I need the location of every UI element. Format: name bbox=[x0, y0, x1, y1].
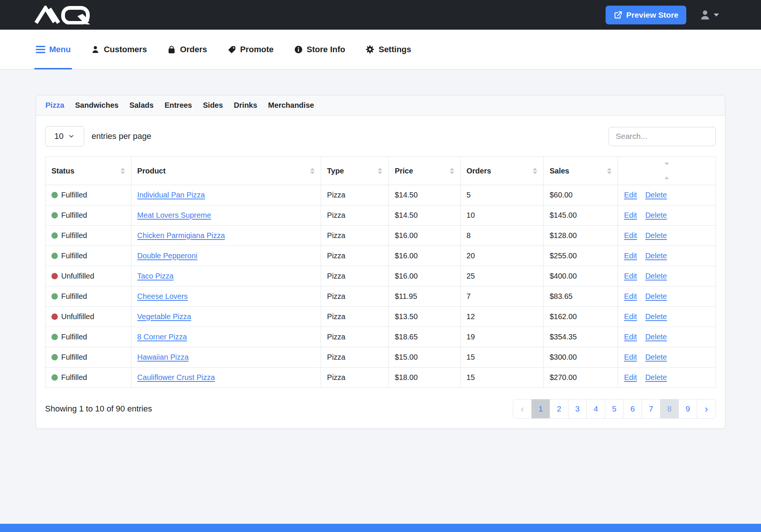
account-caret-icon bbox=[714, 14, 719, 17]
edit-link[interactable]: Edit bbox=[624, 272, 637, 280]
edit-link[interactable]: Edit bbox=[624, 231, 637, 240]
edit-link[interactable]: Edit bbox=[624, 292, 637, 300]
product-link[interactable]: 8 Corner Pizza bbox=[137, 333, 187, 341]
edit-link[interactable]: Edit bbox=[624, 191, 637, 199]
price-cell: $18.00 bbox=[389, 368, 460, 388]
chevron-down-icon bbox=[68, 133, 75, 140]
tab-pizza[interactable]: Pizza bbox=[45, 101, 64, 110]
fulfilled-dot-icon bbox=[51, 212, 58, 219]
column-header-product[interactable]: Product bbox=[131, 157, 321, 185]
fulfilled-dot-icon bbox=[51, 354, 58, 360]
pagination: ‹123456789› bbox=[513, 399, 716, 419]
sales-cell: $270.00 bbox=[543, 368, 618, 388]
table-row: Fulfilled8 Corner PizzaPizza$18.6519$354… bbox=[45, 327, 716, 347]
orders-cell: 7 bbox=[460, 286, 543, 307]
column-header-orders[interactable]: Orders bbox=[460, 157, 543, 185]
edit-link[interactable]: Edit bbox=[624, 353, 637, 361]
entries-per-page-value: 10 bbox=[54, 131, 63, 141]
preview-store-button[interactable]: Preview Store bbox=[606, 6, 686, 24]
column-header-price[interactable]: Price bbox=[389, 157, 460, 185]
product-link[interactable]: Vegetable Pizza bbox=[137, 312, 191, 321]
info-icon bbox=[294, 45, 303, 54]
nav-item-customers[interactable]: Customers bbox=[91, 30, 147, 69]
edit-link[interactable]: Edit bbox=[624, 211, 637, 219]
nav-item-store-info[interactable]: Store Info bbox=[294, 30, 345, 69]
tab-sides[interactable]: Sides bbox=[203, 101, 223, 110]
type-cell: Pizza bbox=[321, 347, 389, 368]
pagination-page-6[interactable]: 6 bbox=[624, 399, 642, 418]
nav-item-menu[interactable]: Menu bbox=[36, 30, 71, 69]
edit-link[interactable]: Edit bbox=[624, 333, 637, 341]
tab-salads[interactable]: Salads bbox=[130, 101, 154, 110]
nav-item-settings[interactable]: Settings bbox=[365, 30, 411, 69]
product-link[interactable]: Meat Lovers Supreme bbox=[137, 211, 211, 219]
status-label: Unfulfilled bbox=[61, 272, 94, 280]
delete-link[interactable]: Delete bbox=[645, 312, 667, 321]
pagination-page-7[interactable]: 7 bbox=[642, 399, 660, 418]
orders-cell: 12 bbox=[460, 307, 543, 327]
pagination-prev-button[interactable]: ‹ bbox=[513, 399, 532, 418]
price-cell: $13.50 bbox=[389, 307, 460, 327]
table-row: FulfilledMeat Lovers SupremePizza$14.501… bbox=[45, 205, 716, 226]
type-cell: Pizza bbox=[321, 368, 389, 388]
delete-link[interactable]: Delete bbox=[645, 373, 667, 381]
product-link[interactable]: Double Pepperoni bbox=[137, 252, 197, 260]
column-header-status[interactable]: Status bbox=[45, 157, 131, 185]
sort-icon bbox=[378, 168, 382, 174]
status-label: Fulfilled bbox=[61, 252, 87, 260]
sales-cell: $145.00 bbox=[543, 205, 618, 226]
product-link[interactable]: Chicken Parmigiana Pizza bbox=[137, 231, 225, 240]
product-link[interactable]: Cheese Lovers bbox=[137, 292, 188, 300]
column-header-actions[interactable] bbox=[618, 157, 716, 185]
type-cell: Pizza bbox=[321, 327, 389, 347]
pagination-page-9[interactable]: 9 bbox=[679, 399, 697, 418]
status-label: Fulfilled bbox=[61, 353, 87, 362]
table-row: FulfilledCheese LoversPizza$11.957$83.65… bbox=[45, 286, 716, 307]
product-link[interactable]: Taco Pizza bbox=[137, 272, 174, 280]
sort-icon bbox=[121, 168, 125, 174]
pagination-page-8[interactable]: 8 bbox=[660, 399, 679, 418]
edit-link[interactable]: Edit bbox=[624, 252, 637, 260]
pagination-next-button[interactable]: › bbox=[697, 399, 716, 418]
delete-link[interactable]: Delete bbox=[645, 333, 667, 341]
table-row: FulfilledHawaiian PizzaPizza$15.0015$300… bbox=[45, 347, 716, 368]
pagination-page-3[interactable]: 3 bbox=[568, 399, 587, 418]
column-header-sales[interactable]: Sales bbox=[543, 157, 618, 185]
delete-link[interactable]: Delete bbox=[645, 353, 667, 361]
delete-link[interactable]: Delete bbox=[645, 292, 667, 300]
edit-link[interactable]: Edit bbox=[624, 373, 637, 381]
status-label: Fulfilled bbox=[61, 292, 87, 301]
product-link[interactable]: Cauliflower Crust Pizza bbox=[137, 373, 215, 381]
pagination-page-4[interactable]: 4 bbox=[587, 399, 605, 418]
tab-drinks[interactable]: Drinks bbox=[234, 101, 257, 110]
delete-link[interactable]: Delete bbox=[645, 272, 667, 280]
product-link[interactable]: Individual Pan Pizza bbox=[137, 191, 205, 199]
nav-item-promote[interactable]: Promote bbox=[228, 30, 274, 69]
nav-item-orders[interactable]: Orders bbox=[167, 30, 207, 69]
orders-cell: 19 bbox=[460, 327, 543, 347]
bag-icon bbox=[167, 45, 176, 54]
pagination-page-2[interactable]: 2 bbox=[550, 399, 568, 418]
delete-link[interactable]: Delete bbox=[645, 211, 667, 219]
tab-entrees[interactable]: Entrees bbox=[164, 101, 192, 110]
tab-merchandise[interactable]: Merchandise bbox=[268, 101, 314, 110]
edit-link[interactable]: Edit bbox=[624, 312, 637, 321]
pagination-page-5[interactable]: 5 bbox=[605, 399, 624, 418]
column-header-type[interactable]: Type bbox=[321, 157, 389, 185]
search-input[interactable] bbox=[609, 127, 716, 146]
price-cell: $14.50 bbox=[389, 185, 460, 205]
entries-per-page-select[interactable]: 10 bbox=[45, 126, 84, 146]
sort-icon bbox=[533, 168, 537, 174]
bottom-accent-bar bbox=[0, 524, 761, 532]
delete-link[interactable]: Delete bbox=[645, 231, 667, 240]
product-link[interactable]: Hawaiian Pizza bbox=[137, 353, 189, 361]
delete-link[interactable]: Delete bbox=[645, 191, 667, 199]
account-menu[interactable] bbox=[699, 9, 719, 21]
sales-cell: $60.00 bbox=[543, 185, 618, 205]
delete-link[interactable]: Delete bbox=[645, 252, 667, 260]
tab-sandwiches[interactable]: Sandwiches bbox=[75, 101, 119, 110]
pagination-page-1[interactable]: 1 bbox=[532, 399, 550, 418]
preview-store-label: Preview Store bbox=[626, 11, 678, 20]
sort-icon bbox=[624, 163, 710, 179]
nav-label: Customers bbox=[104, 45, 147, 54]
